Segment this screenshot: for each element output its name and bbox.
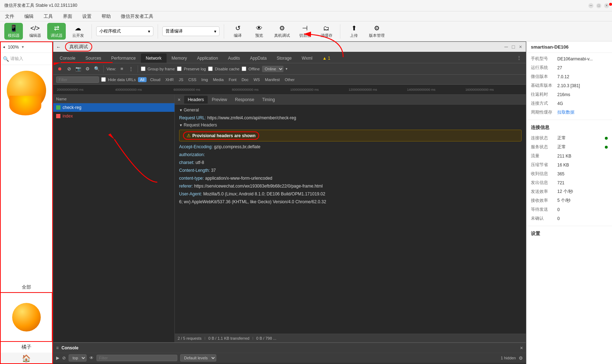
recv-msg-key: 收到信息 xyxy=(531,171,556,177)
status-transferred: 0 B / 1.1 KB transferred xyxy=(208,336,250,340)
tab-application[interactable]: Application xyxy=(192,54,223,63)
dt-back-icon[interactable]: ← xyxy=(56,44,61,50)
compile-btn[interactable]: ↺ 编译 xyxy=(228,23,247,40)
detail-tab-timing[interactable]: Timing xyxy=(258,96,278,104)
view-list-btn[interactable]: ≡ xyxy=(118,65,125,73)
tab-sources[interactable]: Sources xyxy=(80,54,106,63)
all-category[interactable]: 全部 xyxy=(0,283,53,292)
tab-memory[interactable]: Memory xyxy=(167,54,192,63)
os-row: 运行系统 27 xyxy=(527,63,612,72)
preview-btn[interactable]: 👁 预览 xyxy=(250,23,268,40)
menu-help[interactable]: 帮助 xyxy=(99,13,113,20)
offline-checkbox[interactable] xyxy=(242,66,246,71)
filter-input[interactable] xyxy=(56,76,99,83)
filter-cloud[interactable]: Cloud xyxy=(149,77,162,83)
filter-img[interactable]: Img xyxy=(200,77,209,83)
menu-wechat-devtools[interactable]: 微信开发者工具 xyxy=(119,13,156,20)
menu-interface[interactable]: 界面 xyxy=(61,13,74,20)
group-frame-checkbox[interactable] xyxy=(141,66,145,71)
tab-appdata[interactable]: AppData xyxy=(245,54,272,63)
dt-more-btn[interactable]: ⋮ xyxy=(514,53,524,63)
clear-btn[interactable]: 🗂 清缓存 xyxy=(317,23,336,40)
view-tree-btn[interactable]: ⋮ xyxy=(128,65,135,73)
cloud-btn[interactable]: ☁ 云开发 xyxy=(69,23,87,40)
detail-tab-response[interactable]: Response xyxy=(231,96,258,104)
dt-minimize-btn[interactable]: ─ xyxy=(504,44,509,49)
console-toolbar-icon1[interactable]: ▶ xyxy=(56,355,59,360)
key-charset: charset: xyxy=(179,160,194,165)
menu-settings[interactable]: 设置 xyxy=(80,13,94,20)
request-item-index[interactable]: index xyxy=(53,112,174,120)
search-icon: 🔍 xyxy=(3,56,9,62)
device-model-val: DE106armeabi-v... xyxy=(557,56,608,61)
tab-warning[interactable]: ▲ 1 xyxy=(317,54,335,63)
menu-tools[interactable]: 工具 xyxy=(41,13,55,20)
dt-maximize-btn[interactable]: □ xyxy=(511,44,516,49)
home-button[interactable]: 🏠 xyxy=(22,354,31,363)
search-btn[interactable]: 🔍 xyxy=(93,65,100,73)
stop-btn[interactable]: ⊘ xyxy=(65,65,73,73)
menu-edit[interactable]: 编辑 xyxy=(22,13,36,20)
filter-btn[interactable]: ⚙ xyxy=(84,65,91,73)
menu-file[interactable]: 文件 xyxy=(3,13,16,20)
mode-dropdown[interactable]: 小程序模式 ▾ xyxy=(96,26,153,36)
console-level-select[interactable]: Default levels xyxy=(180,354,216,361)
preserve-log-checkbox[interactable] xyxy=(177,66,182,71)
detail-close-btn[interactable]: × xyxy=(178,97,181,103)
record-btn[interactable]: ⏺ xyxy=(56,65,63,73)
tab-performance[interactable]: Performance xyxy=(106,54,141,63)
network-more[interactable]: ▾ xyxy=(286,67,287,71)
backend-btn[interactable]: ⊣ 切后台 xyxy=(296,23,314,40)
debug-btn[interactable]: ⚙ 真机调试 xyxy=(271,23,293,40)
zoom-bar: ◂ 100% ▾ xyxy=(0,41,53,53)
tab-network[interactable]: Network xyxy=(141,54,167,63)
editor-btn[interactable]: </> 编辑器 xyxy=(26,23,44,40)
general-section-title[interactable]: General xyxy=(179,108,522,113)
filter-manifest[interactable]: Manifest xyxy=(263,77,281,83)
filter-doc[interactable]: Doc xyxy=(240,77,250,83)
zoom-more[interactable]: ▾ xyxy=(22,45,24,49)
filter-xhr[interactable]: XHR xyxy=(164,77,175,83)
filter-font[interactable]: Font xyxy=(227,77,238,83)
minimize-button[interactable]: ─ xyxy=(588,3,593,8)
detail-tabs: × Headers Preview Response Timing xyxy=(175,95,526,105)
network-select[interactable]: Online xyxy=(262,66,283,72)
base-lib-row: 基础库版本 2.10.3 [381] xyxy=(527,81,612,90)
upload-btn[interactable]: ⬆ 上传 xyxy=(345,23,363,40)
hide-data-checkbox[interactable] xyxy=(101,77,106,82)
request-item-check-reg[interactable]: check-reg xyxy=(53,103,174,112)
tab-wxml[interactable]: Wxml xyxy=(297,54,317,63)
zoom-out-btn[interactable]: ◂ xyxy=(3,45,5,49)
disable-cache-checkbox[interactable] xyxy=(208,66,213,71)
version-btn[interactable]: ⚙ 版本管理 xyxy=(366,23,388,40)
tab-audits[interactable]: Audits xyxy=(223,54,245,63)
console-toolbar-icon2[interactable]: ⊘ xyxy=(62,355,66,360)
console-eye-icon[interactable]: 👁 xyxy=(89,355,94,360)
detail-tab-preview[interactable]: Preview xyxy=(208,96,231,104)
cache-val[interactable]: 拉取数据 xyxy=(557,109,608,115)
simulator-btn[interactable]: 📱 模拟器 xyxy=(4,23,23,40)
close-button[interactable]: × xyxy=(604,3,609,8)
filter-all-tag[interactable]: All xyxy=(138,77,147,82)
console-gear-btn[interactable]: ⚙ xyxy=(519,355,523,361)
filter-other[interactable]: Other xyxy=(283,77,296,83)
timeline-ms-2: 600000000000 ms xyxy=(173,88,231,91)
console-close-btn[interactable]: × xyxy=(520,345,523,351)
detail-tab-headers[interactable]: Headers xyxy=(184,96,207,104)
translate-dropdown[interactable]: 普通编译 ▾ xyxy=(162,26,219,36)
tab-storage[interactable]: Storage xyxy=(272,54,297,63)
timeline-ms-6: 1400000000000 ms xyxy=(406,88,465,91)
dt-close-btn[interactable]: × xyxy=(518,44,523,49)
maximize-button[interactable]: □ xyxy=(596,3,601,8)
request-headers-title[interactable]: Request Headers xyxy=(179,123,522,128)
filter-ws[interactable]: WS xyxy=(252,77,261,83)
filter-media[interactable]: Media xyxy=(212,77,225,83)
debugger-btn[interactable]: ⇄ 调试器 xyxy=(47,23,66,40)
filter-css[interactable]: CSS xyxy=(187,77,198,83)
tab-console[interactable]: Console xyxy=(55,54,80,63)
camera-btn[interactable]: 📷 xyxy=(75,65,82,73)
val-referer: https://servicewechat.com/wx193083efb9b6… xyxy=(194,184,323,189)
filter-js[interactable]: JS xyxy=(177,77,185,83)
console-context-select[interactable]: top xyxy=(69,354,87,361)
console-filter-input[interactable] xyxy=(97,355,177,361)
